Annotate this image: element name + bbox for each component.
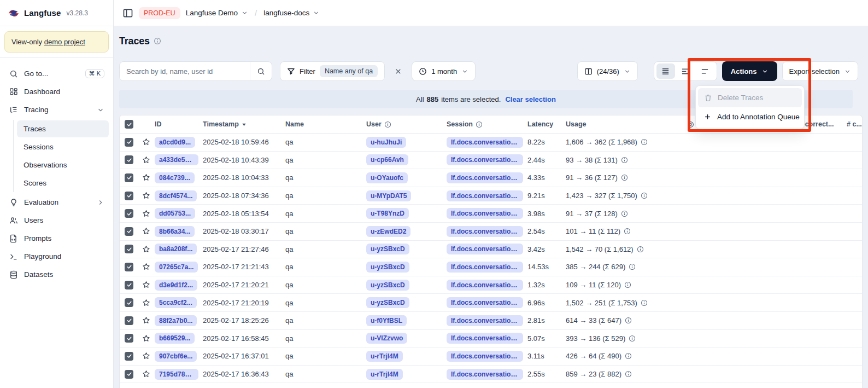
bookmark-star-icon[interactable]	[138, 173, 154, 182]
table-row[interactable]: 5cca9cf2...2025-02-17 21:20:19qau-yzSBxc…	[120, 294, 862, 312]
column-header-id[interactable]: ID	[154, 120, 202, 128]
user-id-badge[interactable]: u-MYpDAT5	[366, 190, 411, 201]
info-icon[interactable]	[625, 370, 632, 378]
column-header-c[interactable]: # c...	[846, 120, 863, 128]
table-row[interactable]: 7195d78e...2025-02-17 16:36:43qau-rTrjI4…	[120, 366, 862, 384]
bookmark-star-icon[interactable]	[138, 334, 154, 343]
trace-id-badge[interactable]: 084c739...	[155, 172, 195, 183]
info-icon[interactable]	[621, 174, 628, 181]
column-header-session[interactable]: Session	[445, 120, 526, 128]
search-input[interactable]	[120, 62, 250, 80]
row-checkbox[interactable]	[120, 138, 138, 147]
table-row[interactable]: dd05753...2025-02-18 05:13:54qau-T98YnzD…	[120, 205, 862, 223]
filter-button[interactable]: Filter Name any of qa	[280, 61, 385, 81]
row-checkbox[interactable]	[120, 263, 138, 271]
row-checkbox[interactable]	[120, 209, 138, 218]
row-height-small-icon[interactable]	[656, 63, 675, 79]
sidebar-item-prompts[interactable]: Prompts	[4, 229, 109, 247]
clear-filter-icon[interactable]	[392, 66, 404, 77]
column-header-usage[interactable]: Usage	[565, 120, 686, 128]
user-id-badge[interactable]: u-zEwdED2	[366, 226, 410, 237]
table-row[interactable]: 8dcf4574...2025-02-18 07:34:36qau-MYpDAT…	[120, 187, 862, 205]
info-icon[interactable]	[154, 37, 161, 45]
row-checkbox[interactable]	[120, 334, 138, 343]
user-id-badge[interactable]: u-T98YnzD	[366, 208, 409, 219]
bookmark-star-icon[interactable]	[138, 280, 154, 289]
bookmark-star-icon[interactable]	[138, 227, 154, 236]
row-checkbox[interactable]	[120, 155, 138, 164]
row-checkbox[interactable]	[120, 370, 138, 379]
info-icon[interactable]	[624, 228, 631, 235]
sidebar-item-sessions[interactable]: Sessions	[17, 138, 109, 155]
time-range-button[interactable]: 1 month	[412, 61, 476, 81]
bookmark-star-icon[interactable]	[138, 245, 154, 254]
user-id-badge[interactable]: u-cp66Avh	[366, 154, 408, 165]
session-id-badge[interactable]: lf.docs.conversation...	[447, 226, 523, 237]
table-row[interactable]: 88f2a7b0...2025-02-17 18:25:26qau-f0YfBS…	[120, 312, 862, 330]
table-row[interactable]: 07265c7a...2025-02-17 21:21:43qau-yzSBxc…	[120, 258, 862, 276]
session-id-badge[interactable]: lf.docs.conversation...	[447, 262, 523, 273]
select-all-checkbox[interactable]	[120, 120, 138, 129]
table-row[interactable]: a433de51...2025-02-18 10:43:39qau-cp66Av…	[120, 152, 862, 170]
column-visibility-button[interactable]: (24/36)	[577, 61, 638, 81]
trace-id-badge[interactable]: 907cbf6e...	[155, 351, 197, 362]
trace-id-badge[interactable]: ba8a208f...	[155, 244, 197, 254]
bookmark-star-icon[interactable]	[138, 369, 154, 379]
bookmark-star-icon[interactable]	[138, 137, 154, 147]
sidebar-toggle-icon[interactable]	[122, 8, 133, 19]
menu-item-add-to-annotation-queue[interactable]: Add to Annotation Queue	[698, 107, 802, 126]
user-id-badge[interactable]: u-f0YfBSL	[366, 315, 407, 326]
sidebar-item-observations[interactable]: Observations	[17, 157, 109, 173]
sidebar-item-scores[interactable]: Scores	[17, 175, 109, 192]
bookmark-star-icon[interactable]	[138, 316, 154, 325]
bookmark-star-icon[interactable]	[138, 155, 154, 165]
table-row[interactable]: d3e9d1f2...2025-02-17 21:20:21qau-yzSBxc…	[120, 276, 862, 294]
info-icon[interactable]	[637, 246, 644, 253]
trace-id-badge[interactable]: d3e9d1f2...	[155, 280, 197, 291]
row-checkbox[interactable]	[120, 316, 138, 325]
sidebar-item-playground[interactable]: Playground	[4, 247, 109, 265]
table-row[interactable]: a0cd0d9...2025-02-18 10:59:46qau-huJhuJi…	[120, 134, 862, 152]
clear-selection-link[interactable]: Clear selection	[505, 95, 556, 103]
user-id-badge[interactable]: u-OYauofc	[366, 172, 408, 183]
row-height-large-icon[interactable]	[696, 63, 714, 79]
row-checkbox[interactable]	[120, 281, 138, 289]
session-id-badge[interactable]: lf.docs.conversation...	[447, 369, 523, 380]
row-checkbox[interactable]	[120, 173, 138, 182]
column-header-latency[interactable]: Latency	[526, 120, 565, 128]
info-icon[interactable]	[629, 263, 636, 270]
user-id-badge[interactable]: u-yzSBxcD	[366, 244, 409, 254]
trace-id-badge[interactable]: 5cca9cf2...	[155, 297, 197, 308]
session-id-badge[interactable]: lf.docs.conversation...	[447, 154, 523, 165]
project-switcher[interactable]: langfuse-docs	[263, 9, 320, 17]
sidebar-item-tracing[interactable]: Tracing	[4, 101, 109, 119]
session-id-badge[interactable]: lf.docs.conversation...	[447, 244, 523, 254]
actions-button[interactable]: Actions	[722, 61, 777, 81]
info-icon[interactable]	[621, 157, 628, 164]
user-id-badge[interactable]: u-yzSBxcD	[366, 262, 409, 273]
org-switcher[interactable]: Langfuse Demo	[186, 9, 248, 17]
trace-id-badge[interactable]: 8b66a34...	[155, 226, 195, 237]
sidebar-item-users[interactable]: Users	[4, 211, 109, 229]
row-checkbox[interactable]	[120, 352, 138, 361]
column-header-timestamp[interactable]: Timestamp	[202, 120, 284, 128]
trace-id-badge[interactable]: 88f2a7b0...	[155, 315, 197, 326]
sidebar-item-goto[interactable]: Go to... ⌘ K	[4, 65, 109, 83]
user-id-badge[interactable]: u-VIZzvwo	[366, 333, 407, 344]
user-id-badge[interactable]: u-yzSBxcD	[366, 297, 409, 308]
bookmark-star-icon[interactable]	[138, 351, 154, 361]
info-icon[interactable]	[625, 317, 632, 324]
sidebar-item-evaluation[interactable]: Evaluation	[4, 193, 109, 211]
row-height-medium-icon[interactable]	[676, 63, 695, 79]
trace-id-badge[interactable]: a0cd0d9...	[155, 137, 195, 148]
session-id-badge[interactable]: lf.docs.conversation...	[447, 190, 523, 201]
table-row[interactable]: 084c739...2025-02-18 10:04:33qau-OYauofc…	[120, 169, 862, 187]
table-row[interactable]: 8b66a34...2025-02-18 03:30:17qau-zEwdED2…	[120, 223, 862, 241]
user-id-badge[interactable]: u-huJhuJi	[366, 137, 406, 148]
column-header-name[interactable]: Name	[284, 120, 365, 128]
trace-id-badge[interactable]: 07265c7a...	[155, 262, 198, 273]
sidebar-item-datasets[interactable]: Datasets	[4, 265, 109, 283]
trace-id-badge[interactable]: dd05753...	[155, 208, 195, 219]
info-icon[interactable]	[625, 352, 632, 360]
menu-item-delete-traces[interactable]: Delete Traces	[698, 88, 802, 107]
